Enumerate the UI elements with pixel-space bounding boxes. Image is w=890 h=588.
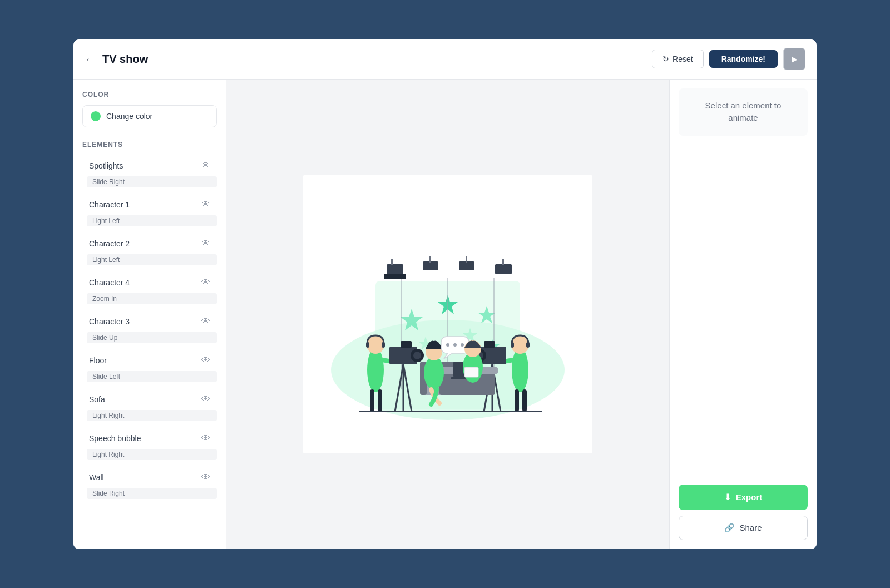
reset-icon: ↻ [662,55,669,63]
visibility-icon[interactable]: 👁 [201,472,210,482]
svg-rect-25 [370,389,374,412]
export-button[interactable]: ⬇ Export [679,485,808,510]
visibility-icon[interactable]: 👁 [201,161,210,171]
svg-rect-14 [423,261,438,270]
illustration-frame [303,175,592,453]
element-character4[interactable]: Character 4 👁 [82,272,217,293]
svg-rect-16 [495,264,512,274]
element-row: Character 4 👁 Zoom In [82,272,217,309]
element-speech-bubble[interactable]: Speech bubble 👁 [82,428,217,449]
svg-point-59 [446,343,449,347]
element-character3[interactable]: Character 3 👁 [82,311,217,332]
animation-tag[interactable]: Light Right [87,410,217,421]
back-button[interactable]: ← [85,53,96,66]
element-row: Spotlights 👁 Slide Right [82,155,217,192]
change-color-button[interactable]: Change color [82,105,217,127]
svg-point-30 [413,352,421,359]
elements-section: ELEMENTS Spotlights 👁 Slide Right Charac… [82,141,217,503]
animation-tag[interactable]: Slide Up [87,332,217,343]
element-row: Character 3 👁 Slide Up [82,311,217,348]
svg-rect-12 [391,259,393,265]
element-wall[interactable]: Wall 👁 [82,467,217,488]
element-row: Wall 👁 Slide Right [82,467,217,503]
color-section: COLOR Change color [82,91,217,127]
reset-button[interactable]: ↻ Reset [652,50,704,68]
svg-rect-37 [526,342,530,348]
app-window: ← TV show ↻ Reset Randomize! ▶ COLOR Cha… [72,38,818,550]
svg-rect-22 [366,342,369,348]
animation-tag[interactable]: Light Left [87,215,217,226]
svg-rect-39 [515,389,519,412]
svg-point-56 [424,356,444,389]
element-row: Sofa 👁 Light Right [82,389,217,426]
share-icon: 🔗 [724,523,735,533]
svg-rect-28 [400,341,412,348]
animation-tag[interactable]: Light Right [87,449,217,460]
svg-point-60 [453,343,457,347]
tv-show-illustration [314,197,581,431]
main-content: COLOR Change color ELEMENTS Spotlights 👁… [73,80,817,549]
visibility-icon[interactable]: 👁 [201,394,210,404]
svg-rect-18 [459,261,474,270]
svg-rect-17 [502,259,504,265]
svg-rect-36 [511,342,514,348]
animation-tag[interactable]: Zoom In [87,293,217,304]
animation-tag[interactable]: Light Left [87,254,217,265]
svg-rect-64 [464,367,478,377]
header-left: ← TV show [85,53,652,66]
svg-point-20 [367,348,384,392]
element-sofa[interactable]: Sofa 👁 [82,389,217,410]
visibility-icon[interactable]: 👁 [201,200,210,210]
export-icon: ⬇ [724,492,731,502]
svg-rect-13 [384,274,406,279]
visibility-icon[interactable]: 👁 [201,317,210,327]
element-row: Speech bubble 👁 Light Right [82,428,217,465]
svg-point-34 [512,348,528,392]
color-section-label: COLOR [82,91,217,98]
canvas-area [226,80,669,549]
header: ← TV show ↻ Reset Randomize! ▶ [73,39,817,80]
element-spotlights[interactable]: Spotlights 👁 [82,155,217,176]
color-swatch [91,111,101,121]
svg-point-61 [461,343,464,347]
header-actions: ↻ Reset Randomize! ▶ [652,48,805,70]
visibility-icon[interactable]: 👁 [201,355,210,365]
animation-tag[interactable]: Slide Right [87,176,217,187]
element-row: Character 1 👁 Light Left [82,194,217,231]
svg-rect-26 [378,389,382,412]
sidebar: COLOR Change color ELEMENTS Spotlights 👁… [73,80,226,549]
svg-rect-15 [429,256,431,263]
right-panel-bottom: ⬇ Export 🔗 Share [670,476,817,549]
animation-tag[interactable]: Slide Left [87,371,217,382]
animate-hint: Select an element to animate [679,88,808,136]
svg-rect-40 [522,389,527,412]
play-icon: ▶ [792,55,798,63]
elements-section-label: ELEMENTS [82,141,217,149]
page-title: TV show [102,53,148,66]
element-character2[interactable]: Character 2 👁 [82,233,217,254]
play-button[interactable]: ▶ [783,48,805,70]
svg-rect-11 [387,264,403,274]
element-floor[interactable]: Floor 👁 [82,350,217,371]
right-panel: Select an element to animate ⬇ Export 🔗 … [669,80,817,549]
visibility-icon[interactable]: 👁 [201,239,210,249]
share-button[interactable]: 🔗 Share [679,516,808,540]
svg-rect-19 [466,256,467,263]
svg-rect-42 [484,341,495,348]
element-row: Character 2 👁 Light Left [82,233,217,270]
animation-tag[interactable]: Slide Right [87,488,217,499]
element-row: Floor 👁 Slide Left [82,350,217,387]
svg-rect-23 [382,342,385,348]
visibility-icon[interactable]: 👁 [201,433,210,443]
randomize-button[interactable]: Randomize! [709,50,778,68]
element-character1[interactable]: Character 1 👁 [82,194,217,215]
visibility-icon[interactable]: 👁 [201,278,210,288]
